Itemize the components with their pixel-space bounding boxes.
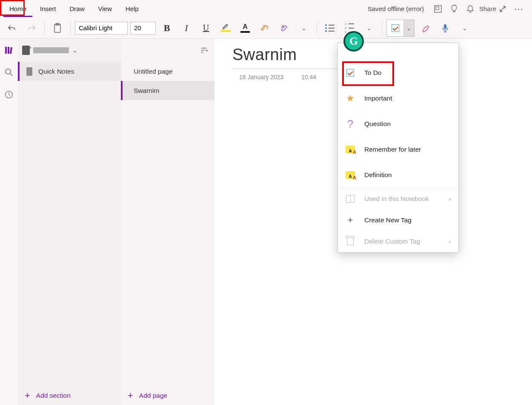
tag-todo[interactable]: To Do [338, 60, 458, 86]
question-icon: ? [346, 119, 355, 129]
tag-important[interactable]: ★ Important [338, 86, 458, 111]
dictate-button[interactable] [437, 20, 454, 37]
menubar-right: Saved offline (error) Share ··· [368, 2, 529, 16]
delete-custom-tag: Delete Custom Tag › [338, 231, 458, 252]
title-underline [232, 69, 343, 69]
bold-button[interactable]: B [158, 20, 175, 37]
chevron-right-icon: › [449, 238, 451, 245]
notebook-header[interactable]: ⌄ [18, 39, 121, 62]
text-more-chevron[interactable]: ⌄ [295, 20, 312, 37]
separator [382, 22, 382, 34]
todo-check-icon [346, 68, 355, 78]
svg-text:A: A [281, 24, 284, 29]
chevron-down-icon: ⌄ [72, 47, 77, 54]
tag-label: Create New Tag [364, 216, 412, 224]
grammarly-badge[interactable]: G [343, 31, 364, 52]
menubar: Home Insert Draw View Help Saved offline… [0, 0, 532, 17]
undo-button[interactable] [3, 20, 20, 37]
menu-home[interactable]: Home [3, 0, 33, 17]
svg-rect-3 [54, 24, 60, 32]
save-status: Saved offline (error) [368, 5, 424, 12]
create-new-tag[interactable]: + Create New Tag [338, 210, 458, 231]
bullet-list-button[interactable] [321, 20, 338, 37]
more-icon[interactable]: ··· [512, 2, 526, 16]
svg-line-11 [10, 74, 12, 76]
clear-format-button[interactable] [256, 20, 273, 37]
plus-icon: + [25, 390, 30, 401]
format-painter-button[interactable]: A [276, 20, 293, 37]
definition-icon: AA [346, 170, 355, 180]
font-size-input[interactable] [130, 22, 156, 34]
menu-draw[interactable]: Draw [63, 0, 92, 17]
chevron-right-icon: › [449, 195, 451, 202]
plus-icon: + [128, 390, 133, 401]
tags-dropdown: Tags To Do ★ Important ? Question AA Rem… [338, 43, 459, 253]
tag-question[interactable]: ? Question [338, 111, 458, 137]
feed-icon[interactable] [431, 2, 445, 16]
todo-check-icon [392, 24, 399, 32]
redo-button[interactable] [23, 20, 40, 37]
bullet-list-icon [325, 24, 335, 32]
left-rail [0, 39, 18, 405]
font-name-input[interactable] [75, 22, 128, 34]
sort-icon[interactable] [197, 44, 210, 57]
page-untitled[interactable]: Untitled page [121, 62, 215, 81]
lightbulb-icon[interactable] [447, 2, 461, 16]
section-quick-notes[interactable]: Quick Notes [18, 62, 121, 81]
tag-dropdown-button[interactable]: ⌄ [404, 20, 414, 36]
tag-label: Delete Custom Tag [364, 238, 420, 245]
tag-label: Used in this Notebook [364, 195, 429, 203]
tag-label: Important [364, 95, 392, 102]
tag-definition[interactable]: AA Definition [338, 162, 458, 188]
page-label: Untitled page [134, 68, 172, 75]
menu-view[interactable]: View [92, 0, 119, 17]
menu-insert[interactable]: Insert [33, 0, 63, 17]
pages-column: Untitled page Swarnim + Add page [121, 39, 215, 405]
tags-used-in-notebook: Used in this Notebook › [338, 188, 458, 210]
toolbar: B I U A A ⌄ 1 2 3 ⌄ ⌄ [0, 17, 532, 39]
separator [44, 22, 45, 34]
ink-pen-button[interactable] [417, 20, 434, 37]
recent-icon[interactable] [3, 88, 15, 101]
svg-rect-8 [8, 47, 9, 54]
separator [70, 22, 71, 34]
menu-help[interactable]: Help [119, 0, 146, 17]
page-date: 18 January 2023 [239, 74, 283, 80]
italic-button[interactable]: I [178, 20, 195, 37]
toolbar-overflow-chevron[interactable]: ⌄ [456, 20, 473, 37]
add-page-button[interactable]: + Add page [121, 386, 215, 405]
tag-label: Question [364, 120, 391, 128]
font-color-button[interactable]: A [237, 20, 254, 37]
svg-rect-9 [10, 47, 12, 54]
tag-combo[interactable]: ⌄ [386, 20, 415, 37]
tag-todo-button[interactable] [387, 20, 404, 36]
page-swarnim[interactable]: Swarnim [121, 81, 215, 100]
list-more-chevron[interactable]: ⌄ [360, 20, 378, 37]
page-label: Swarnim [134, 87, 159, 95]
pages-header [121, 39, 215, 62]
page-time: 10:44 [301, 74, 316, 80]
sections-column: ⌄ Quick Notes + Add section [18, 39, 121, 405]
tag-label: Definition [364, 171, 392, 179]
notebook-icon [22, 46, 30, 55]
plus-icon: + [346, 215, 355, 225]
svg-rect-6 [444, 24, 446, 29]
underline-button[interactable]: U [197, 20, 215, 37]
notebooks-icon[interactable] [3, 44, 15, 57]
expand-icon[interactable] [495, 2, 510, 16]
add-page-label: Add page [139, 392, 167, 399]
clipboard-button[interactable] [49, 20, 66, 37]
tag-remember[interactable]: AA Remember for later [338, 137, 458, 162]
remember-icon: AA [346, 145, 355, 154]
bell-icon[interactable] [463, 2, 478, 16]
highlight-button[interactable] [217, 20, 234, 37]
share-label: Share [479, 5, 496, 12]
book-icon [346, 194, 355, 204]
search-icon[interactable] [3, 66, 15, 79]
section-label: Quick Notes [38, 68, 74, 75]
add-section-label: Add section [36, 392, 71, 399]
add-section-button[interactable]: + Add section [18, 386, 121, 405]
svg-rect-1 [436, 7, 439, 10]
share-button[interactable]: Share [479, 2, 494, 16]
separator [317, 22, 317, 34]
